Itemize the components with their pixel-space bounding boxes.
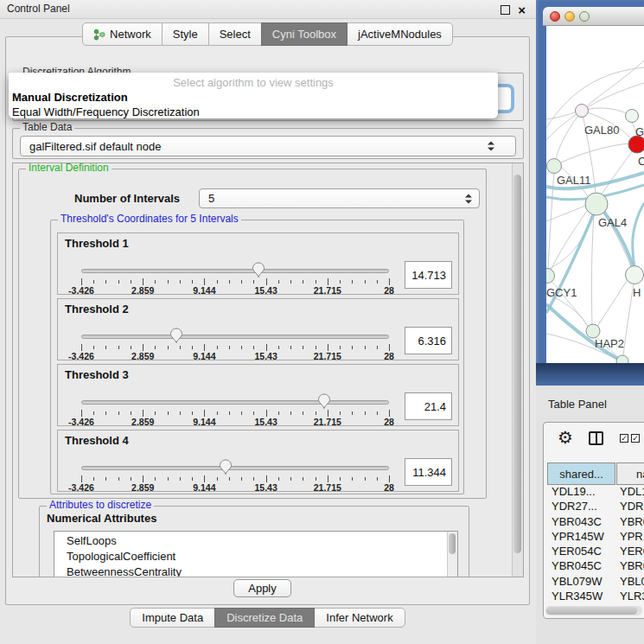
slider-tick-labels: -3.4262.8599.14415.4321.71528 bbox=[81, 351, 389, 361]
network-edge bbox=[633, 203, 644, 268]
threshold-block: Threshold 2 -3.4262.8599.14415.4321.7152… bbox=[57, 298, 459, 360]
number-of-intervals-value: 5 bbox=[208, 192, 214, 205]
table-row[interactable]: YDL19...YDL1 bbox=[547, 485, 644, 500]
control-panel-window: Control Panel × Network Style Select bbox=[0, 0, 536, 644]
table-panel-title: Table Panel bbox=[548, 398, 607, 411]
table-data-group: Table Data galFiltered.sif default node bbox=[12, 128, 524, 159]
slider-tick-labels: -3.4262.8599.14415.4321.71528 bbox=[81, 285, 389, 296]
network-node[interactable] bbox=[585, 193, 608, 215]
tab-label: Network bbox=[110, 28, 151, 41]
table-toolbar: ⚙ ✓ ✓ bbox=[544, 423, 644, 457]
threshold-value[interactable]: 14.713 bbox=[405, 261, 452, 289]
network-node[interactable] bbox=[616, 355, 628, 363]
network-edge bbox=[561, 143, 628, 163]
split-view-icon[interactable] bbox=[589, 431, 603, 445]
zoom-button[interactable] bbox=[579, 11, 590, 22]
gear-icon[interactable]: ⚙ bbox=[558, 427, 573, 448]
popup-item-equal-width-frequency[interactable]: Equal Width/Frequency Discretization bbox=[9, 105, 498, 119]
attribute-item[interactable]: SelfLoops bbox=[67, 533, 457, 549]
slider-tick-labels: -3.4262.8599.14415.4321.71528 bbox=[81, 482, 389, 493]
node-label: H bbox=[633, 286, 641, 299]
tab-network[interactable]: Network bbox=[82, 22, 163, 46]
table-panel: ⚙ ✓ ✓ shared... na YDL19...YDL1YDR27...Y… bbox=[543, 422, 644, 619]
spinner-arrows-icon bbox=[465, 194, 472, 203]
table-row[interactable]: YDR27...YDR2 bbox=[547, 500, 644, 514]
float-window-icon[interactable] bbox=[501, 5, 510, 15]
network-canvas[interactable]: GAL80GACGAL11GAL4GCY1HHAP2 bbox=[546, 26, 644, 363]
threshold-value[interactable]: 21.4 bbox=[405, 392, 452, 420]
column-header-shared-name[interactable]: shared... bbox=[547, 462, 615, 485]
network-node[interactable] bbox=[626, 110, 639, 123]
popup-item-manual-discretization[interactable]: Manual Discretization bbox=[9, 90, 498, 105]
threshold-value[interactable]: 6.316 bbox=[405, 327, 452, 354]
network-edge bbox=[582, 61, 644, 111]
slider-thumb[interactable] bbox=[220, 459, 233, 475]
bottom-tabbar: Impute Data Discretize Data Infer Networ… bbox=[0, 608, 536, 628]
attributes-listbox[interactable]: SelfLoopsTopologicalCoefficientBetweenne… bbox=[54, 531, 458, 577]
threshold-slider[interactable]: -3.4262.8599.14415.4321.71528 bbox=[81, 299, 389, 361]
checkbox-icon[interactable]: ✓ bbox=[631, 434, 640, 443]
network-node[interactable] bbox=[626, 266, 644, 284]
slider-track[interactable] bbox=[81, 400, 389, 405]
network-node[interactable] bbox=[628, 136, 644, 153]
node-label: GA bbox=[635, 125, 644, 138]
table-row[interactable]: YBL079WYBL0 bbox=[547, 575, 644, 590]
scrollbar-thumb[interactable] bbox=[513, 175, 521, 553]
horizontal-scrollbar[interactable] bbox=[545, 606, 642, 615]
tab-label: Style bbox=[173, 28, 198, 41]
close-button[interactable] bbox=[550, 11, 560, 22]
checkbox-icon[interactable]: ✓ bbox=[620, 434, 628, 443]
column-header-name[interactable]: na bbox=[616, 462, 644, 485]
node-label: GCY1 bbox=[546, 286, 577, 299]
table-row[interactable]: YBR045CYBR0 bbox=[547, 559, 644, 574]
network-node[interactable] bbox=[586, 324, 600, 338]
tab-impute-data[interactable]: Impute Data bbox=[130, 608, 215, 628]
numerical-attributes-label: Numerical Attributes bbox=[47, 512, 156, 525]
number-of-intervals-select[interactable]: 5 bbox=[199, 188, 480, 208]
table-row[interactable]: YER054CYER0 bbox=[547, 545, 644, 559]
tab-select[interactable]: Select bbox=[208, 22, 262, 46]
threshold-value[interactable]: 11.344 bbox=[405, 458, 452, 486]
slider-track[interactable] bbox=[81, 269, 389, 273]
right-side: GAL80GACGAL11GAL4GCY1HHAP2 Table Panel ⚙… bbox=[536, 0, 644, 644]
scrollbar-thumb[interactable] bbox=[546, 607, 637, 615]
threshold-slider[interactable]: -3.4262.8599.14415.4321.71528 bbox=[81, 365, 389, 427]
slider-thumb[interactable] bbox=[318, 393, 331, 410]
table-row[interactable]: YPR145WYPR1 bbox=[547, 530, 644, 545]
network-edge bbox=[546, 206, 585, 221]
apply-button[interactable]: Apply bbox=[233, 579, 291, 597]
threshold-block: Threshold 3 -3.4262.8599.14415.4321.7152… bbox=[57, 364, 459, 426]
slider-thumb[interactable] bbox=[252, 262, 265, 278]
tab-label: jActiveMNodules bbox=[358, 28, 442, 41]
slider-track[interactable] bbox=[81, 335, 389, 339]
thresholds-group-title: Threshold's Coordinates for 5 Intervals bbox=[58, 213, 241, 225]
tab-discretize-data[interactable]: Discretize Data bbox=[214, 608, 315, 628]
attribute-item[interactable]: TopologicalCoefficient bbox=[67, 549, 457, 564]
tab-cyni-toolbox[interactable]: Cyni Toolbox bbox=[261, 22, 348, 46]
table-header: shared... na bbox=[547, 462, 644, 485]
list-scrollbar[interactable] bbox=[447, 532, 457, 577]
screen: Control Panel × Network Style Select bbox=[0, 0, 644, 644]
table-row[interactable]: YIL052CYIL0 bbox=[547, 604, 644, 605]
table-row[interactable]: YBR043CYBR0 bbox=[547, 515, 644, 530]
network-window-frame bbox=[536, 363, 644, 386]
top-tabbar: Network Style Select Cyni Toolbox jActiv… bbox=[0, 22, 536, 46]
close-icon[interactable]: × bbox=[518, 3, 526, 16]
threshold-slider[interactable]: -3.4262.8599.14415.4321.71528 bbox=[81, 430, 389, 493]
vertical-scrollbar[interactable] bbox=[512, 163, 523, 577]
attribute-item[interactable]: BetweennessCentrality bbox=[67, 564, 457, 577]
threshold-slider[interactable]: -3.4262.8599.14415.4321.71528 bbox=[81, 233, 389, 296]
table-row[interactable]: YLR345WYLR3 bbox=[547, 590, 644, 604]
network-node[interactable] bbox=[546, 269, 555, 284]
tab-jactivemnodules[interactable]: jActiveMNodules bbox=[347, 22, 453, 46]
tab-style[interactable]: Style bbox=[162, 22, 209, 46]
table-data-group-title: Table Data bbox=[20, 121, 74, 133]
table-data-select[interactable]: galFiltered.sif default node bbox=[20, 136, 516, 156]
slider-track[interactable] bbox=[81, 466, 389, 470]
network-node[interactable] bbox=[547, 159, 562, 174]
minimize-button[interactable] bbox=[564, 11, 575, 22]
network-edge bbox=[546, 304, 622, 361]
slider-thumb[interactable] bbox=[170, 328, 183, 344]
tab-infer-network[interactable]: Infer Network bbox=[314, 608, 405, 628]
network-node[interactable] bbox=[576, 105, 589, 118]
